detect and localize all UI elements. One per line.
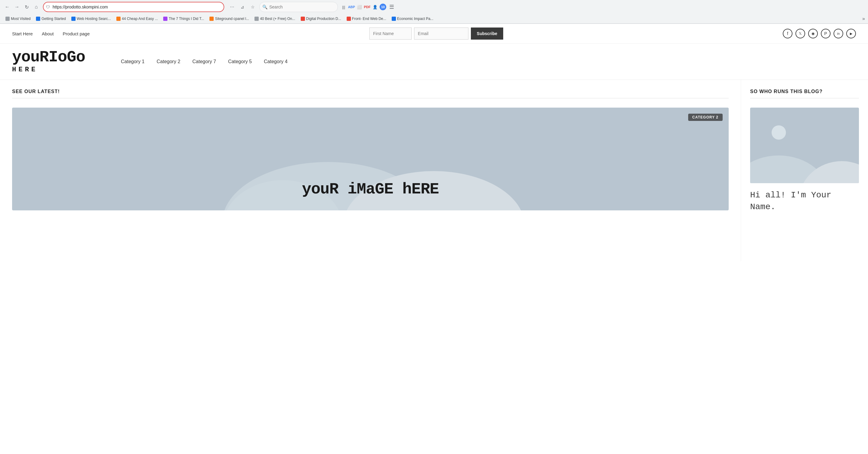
reader-icon[interactable]: ||| <box>340 4 347 10</box>
bookmark-favicon <box>347 17 351 21</box>
browser-toolbar: ← → ↻ ⌂ 🛡 ⋯ ⊿ ☆ 🔍 ||| ABP ⬜ PDF 👤 10 ☰ <box>0 0 868 14</box>
browser-chrome: ← → ↻ ⌂ 🛡 ⋯ ⊿ ☆ 🔍 ||| ABP ⬜ PDF 👤 10 ☰ <box>0 0 868 24</box>
main-nav-category1[interactable]: Category 1 <box>121 59 145 64</box>
nav-about[interactable]: About <box>42 31 54 36</box>
search-input[interactable] <box>259 2 338 12</box>
bookmark-favicon <box>163 17 167 21</box>
logo-sub: HERE <box>12 66 103 73</box>
main-nav-category2[interactable]: Category 2 <box>157 59 180 64</box>
twitter-icon[interactable]: 𝕏 <box>796 29 805 38</box>
svg-point-5 <box>772 125 786 140</box>
bookmark-favicon <box>36 17 40 21</box>
sidebar-column: SO WHO RUNS THIS BLOG? Hi all! I'm Your … <box>741 80 868 261</box>
main-nav-category7[interactable]: Category 7 <box>192 59 216 64</box>
subscribe-button[interactable]: Subscribe <box>471 28 503 39</box>
facebook-icon[interactable]: f <box>783 29 793 38</box>
featured-post-card[interactable]: youR iMaGE hERE CATEGORY 2 <box>12 108 729 210</box>
sidebar-image <box>750 108 859 183</box>
youtube-icon[interactable]: ▶ <box>846 29 856 38</box>
address-bar-wrap: 🛡 <box>43 2 224 12</box>
bookmark-label: 44 Cheap And Easy ... <box>122 17 158 21</box>
main-column: SEE OUR LATEST! youR iMaGE hERE CATEGORY… <box>0 80 741 261</box>
nav-start-here[interactable]: Start Here <box>12 31 33 36</box>
featured-image-text: youR iMaGE hERE <box>302 180 439 198</box>
main-nav-category5[interactable]: Category 5 <box>228 59 252 64</box>
section-title-sidebar: SO WHO RUNS THIS BLOG? <box>750 89 859 98</box>
bookmark-label: Siteground cpanel l... <box>215 17 249 21</box>
nav-buttons: ← → ↻ ⌂ <box>3 3 40 11</box>
category-badge[interactable]: CATEGORY 2 <box>688 114 723 121</box>
tab-icon[interactable]: ⬜ <box>356 4 363 10</box>
bookmark-favicon <box>5 17 10 21</box>
bookmark-favicon <box>392 17 396 21</box>
search-wrap: 🔍 <box>259 2 338 12</box>
logo-area: youRIoGo HERE <box>12 50 103 73</box>
back-button[interactable]: ← <box>3 3 11 11</box>
address-input[interactable] <box>43 2 224 12</box>
pdf-icon[interactable]: PDF <box>364 4 371 10</box>
security-icon: 🛡 <box>46 5 50 9</box>
bookmark-label: Economic Impact Pa... <box>397 17 433 21</box>
website: Start Here About Product page Subscribe … <box>0 24 868 454</box>
profile-icon[interactable]: 👤 <box>372 4 378 10</box>
social-icons: f 𝕏 ◉ P in ▶ <box>783 29 856 38</box>
bookmark-label: 40 Best (+ Free) On... <box>260 17 295 21</box>
browser-extensions: ||| ABP ⬜ PDF 👤 10 ☰ <box>340 3 396 11</box>
home-button[interactable]: ⌂ <box>32 3 40 11</box>
email-input[interactable] <box>414 28 468 39</box>
bookmark-favicon <box>210 17 214 21</box>
content-area: SEE OUR LATEST! youR iMaGE hERE CATEGORY… <box>0 80 868 261</box>
adblock-icon[interactable]: ABP <box>348 4 355 10</box>
featured-post-image: youR iMaGE hERE <box>12 108 729 210</box>
bookmark-label: Digital Production D... <box>306 17 341 21</box>
top-bar: Start Here About Product page Subscribe … <box>0 24 868 43</box>
bookmark-siteground[interactable]: Siteground cpanel l... <box>207 16 251 22</box>
bookmark-favicon <box>116 17 121 21</box>
logo-text: youRIoGo <box>12 50 103 65</box>
bookmarks-more-button[interactable]: » <box>862 16 865 22</box>
main-nav-links: Category 1 Category 2 Category 7 Categor… <box>121 59 287 64</box>
subscribe-form: Subscribe <box>369 28 503 39</box>
bookmark-label: The 7 Things I Did T... <box>168 17 204 21</box>
instagram-icon[interactable]: ◉ <box>808 29 818 38</box>
bookmark-favicon <box>71 17 75 21</box>
bookmark-40-best[interactable]: 40 Best (+ Free) On... <box>252 16 298 22</box>
bookmark-label: Front- End Web De... <box>352 17 386 21</box>
pocket-button[interactable]: ⊿ <box>238 3 247 11</box>
reload-button[interactable]: ↻ <box>22 3 31 11</box>
bookmark-label: Getting Started <box>41 17 66 21</box>
pinterest-icon[interactable]: P <box>821 29 831 38</box>
first-name-input[interactable] <box>369 28 412 39</box>
top-navigation: Start Here About Product page <box>12 31 90 36</box>
bookmark-web-hosting[interactable]: Web Hosting Searc... <box>69 16 113 22</box>
bookmark-getting-started[interactable]: Getting Started <box>34 16 68 22</box>
bookmark-label: Most Visited <box>11 17 31 21</box>
more-options-button[interactable]: ⋯ <box>228 3 236 11</box>
toolbar-actions: ⋯ ⊿ ☆ <box>228 3 257 11</box>
section-title-latest: SEE OUR LATEST! <box>12 89 729 98</box>
main-nav-category4[interactable]: Category 4 <box>264 59 287 64</box>
bookmarks-bar: Most Visited Getting Started Web Hosting… <box>0 14 868 24</box>
main-navigation: youRIoGo HERE Category 1 Category 2 Cate… <box>0 43 868 80</box>
bookmark-digital-production[interactable]: Digital Production D... <box>298 16 344 22</box>
sidebar-intro-text: Hi all! I'm Your Name. <box>750 189 859 213</box>
bookmark-most-visited[interactable]: Most Visited <box>3 16 33 22</box>
bookmark-button[interactable]: ☆ <box>248 3 257 11</box>
extension-badge[interactable]: 10 <box>380 4 386 10</box>
bookmark-favicon <box>254 17 259 21</box>
forward-button[interactable]: → <box>13 3 21 11</box>
sidebar-placeholder-svg <box>750 108 859 183</box>
browser-menu-button[interactable]: ☰ <box>388 3 396 11</box>
bookmark-44-cheap[interactable]: 44 Cheap And Easy ... <box>114 16 160 22</box>
nav-product-page[interactable]: Product page <box>63 31 90 36</box>
linkedin-icon[interactable]: in <box>834 29 843 38</box>
bookmark-label: Web Hosting Searc... <box>77 17 111 21</box>
search-icon: 🔍 <box>262 4 268 9</box>
bookmark-economic-impact[interactable]: Economic Impact Pa... <box>389 16 436 22</box>
bookmark-frontend-web[interactable]: Front- End Web De... <box>344 16 389 22</box>
bookmark-favicon <box>301 17 305 21</box>
bookmark-7-things[interactable]: The 7 Things I Did T... <box>161 16 207 22</box>
